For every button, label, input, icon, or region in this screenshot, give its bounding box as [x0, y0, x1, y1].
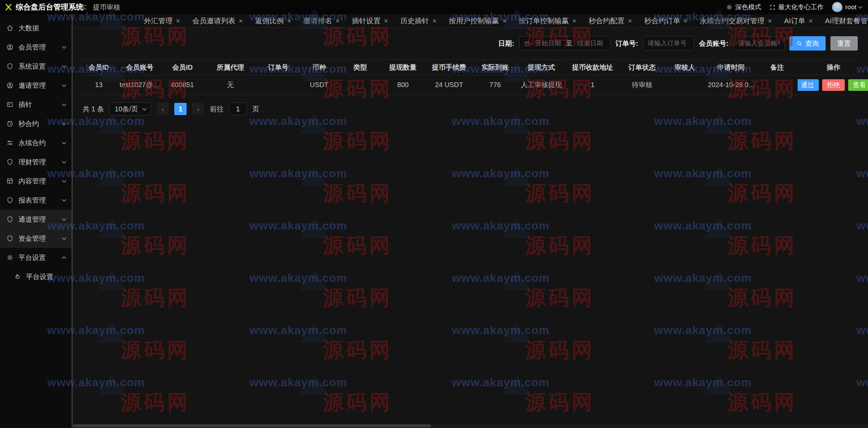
sidebar-item-wealth[interactable]: 理财管理	[0, 152, 72, 171]
total-count: 共 1 条	[83, 105, 104, 114]
sidebar-item-reports[interactable]: 报表管理	[0, 191, 72, 210]
search-button[interactable]: 查询	[789, 36, 826, 51]
search-icon	[796, 40, 802, 46]
sidebar-item-system[interactable]: 系统设置	[0, 57, 72, 76]
sidebar-item-funds[interactable]: 资金管理	[0, 229, 72, 248]
table-cell: USDT	[299, 81, 340, 89]
horizontal-scrollbar[interactable]	[73, 424, 868, 428]
main-content: 外汇管理× 会员邀请列表× 返佣比例× 邀请排名× 插针设置× 历史插针× 按用…	[73, 0, 868, 115]
tab[interactable]: 会员邀请列表×	[187, 14, 248, 27]
tab[interactable]: 按用户控制输赢×	[444, 14, 512, 27]
sidebar-item-members[interactable]: 会员管理	[0, 38, 72, 57]
breadcrumb: 提币审核	[93, 3, 120, 12]
tab-close-icon[interactable]: ×	[768, 17, 772, 24]
dark-mode-toggle[interactable]: 深色模式	[726, 3, 761, 12]
tab[interactable]: 秒合约配置×	[584, 14, 637, 27]
scrollbar-thumb[interactable]	[73, 424, 431, 427]
shield-icon	[6, 235, 14, 242]
sidebar-item-bigdata[interactable]: 大数据	[0, 18, 72, 38]
tab-close-icon[interactable]: ×	[572, 17, 577, 24]
sidebar-subitem-platform-settings[interactable]: 平台设置	[0, 267, 72, 286]
sidebar-item-invites[interactable]: 邀请管理	[0, 76, 72, 95]
shield-icon	[6, 216, 14, 223]
tab[interactable]: 外汇管理×	[139, 14, 185, 27]
next-page-button[interactable]: ›	[192, 103, 204, 115]
sidebar-item-content[interactable]: 内容管理	[0, 171, 72, 191]
header-cell: 备注	[757, 63, 798, 72]
header-cell: 操作	[798, 63, 868, 72]
table-cell: test1027@gm...	[118, 81, 162, 89]
date-separator: 至	[566, 39, 572, 48]
tab[interactable]: AI理财套餐管理×	[820, 14, 868, 27]
tab-close-icon[interactable]: ×	[502, 17, 506, 24]
page-1-button[interactable]: 1	[174, 103, 187, 115]
tab-close-icon[interactable]: ×	[809, 17, 813, 24]
table-cell: 24 USDT	[425, 81, 473, 89]
table-cell: 13	[80, 81, 118, 89]
fullscreen-icon	[769, 4, 776, 11]
tab[interactable]: 按订单控制输赢×	[514, 14, 582, 27]
order-input[interactable]	[643, 36, 694, 51]
dark-mode-label: 深色模式	[735, 3, 761, 12]
header-cell: 申请时间	[705, 63, 757, 72]
header-cell: 审核人	[664, 63, 705, 72]
tab[interactable]: 历史插针×	[395, 14, 442, 27]
tab-close-icon[interactable]: ×	[287, 17, 291, 24]
date-range-input[interactable]: 开始日期 至 结束日期	[519, 36, 611, 51]
page-size-select[interactable]: 10条/页	[109, 102, 151, 115]
avatar	[832, 2, 843, 13]
user-menu[interactable]: root	[832, 2, 862, 13]
status-cell: 待审核	[620, 80, 664, 89]
sidebar-item-channels[interactable]: 通道管理	[0, 210, 72, 229]
prev-page-button[interactable]: ‹	[157, 103, 169, 115]
tab-close-icon[interactable]: ×	[683, 17, 688, 24]
approve-button[interactable]: 通过	[798, 79, 819, 91]
sidebar-item-platform-settings[interactable]: 平台设置	[0, 248, 72, 267]
chevron-down-icon	[62, 44, 66, 49]
tab-close-icon[interactable]: ×	[384, 17, 388, 24]
tab[interactable]: 插针设置×	[347, 14, 393, 27]
withdraw-review-table: 会员ID 会员账号 会员ID 所属代理 订单号 币种 类型 提现数量 提币手续费…	[80, 59, 861, 95]
goto-suffix: 页	[252, 105, 259, 114]
tab[interactable]: 秒合约订单×	[639, 14, 693, 27]
home-icon	[6, 24, 14, 32]
tab-close-icon[interactable]: ×	[432, 17, 436, 24]
chevron-down-icon	[62, 83, 66, 87]
tab[interactable]: AI订单×	[779, 14, 818, 27]
tab-close-icon[interactable]: ×	[239, 17, 243, 24]
table-cell: 1	[565, 81, 620, 89]
tab[interactable]: 永续合约交易对管理×	[695, 14, 777, 27]
collapse-menu-icon[interactable]	[80, 3, 87, 11]
tab-close-icon[interactable]: ×	[336, 17, 340, 24]
tabs-bar: 外汇管理× 会员邀请列表× 返佣比例× 邀请排名× 插针设置× 历史插针× 按用…	[73, 14, 868, 27]
sidebar-item-perpetual[interactable]: 永续合约	[0, 133, 72, 152]
gear-icon	[726, 4, 733, 11]
shield-icon	[6, 63, 14, 70]
sidebar-item-seconds-contract[interactable]: 秒合约	[0, 114, 72, 133]
chevron-down-icon	[62, 121, 66, 125]
reject-button[interactable]: 拒绝	[822, 79, 845, 91]
chevron-down-icon	[858, 4, 863, 9]
tab-close-icon[interactable]: ×	[628, 17, 632, 24]
reset-button[interactable]: 重置	[830, 36, 858, 51]
header-cell: 订单号	[258, 63, 299, 72]
sidebar-item-pin[interactable]: 插针	[0, 95, 72, 114]
user-circle-icon	[6, 43, 14, 51]
tab[interactable]: 返佣比例×	[250, 14, 296, 27]
shield-icon	[6, 158, 14, 166]
table-cell: 800	[381, 81, 425, 89]
app-title: 综合盘后台管理系统	[16, 2, 83, 12]
table-cell: 人工审核提现	[517, 80, 565, 89]
actions-cell: 通过 拒绝 查看	[798, 79, 868, 91]
table-row: 13 test1027@gm... 600851 无 USDT 800 24 U…	[80, 75, 861, 95]
goto-page-input[interactable]	[229, 102, 247, 115]
view-button[interactable]: 查看	[848, 79, 868, 91]
account-label: 会员账号:	[699, 39, 729, 48]
table-cell: 600851	[162, 81, 203, 89]
account-input[interactable]	[733, 36, 785, 51]
tab[interactable]: 邀请排名×	[298, 14, 345, 27]
fullscreen-toggle[interactable]: 最大化专心工作	[769, 3, 824, 12]
tab-close-icon[interactable]: ×	[176, 17, 180, 24]
chevron-down-icon	[62, 159, 66, 164]
header-cell: 实际到账	[473, 63, 517, 72]
